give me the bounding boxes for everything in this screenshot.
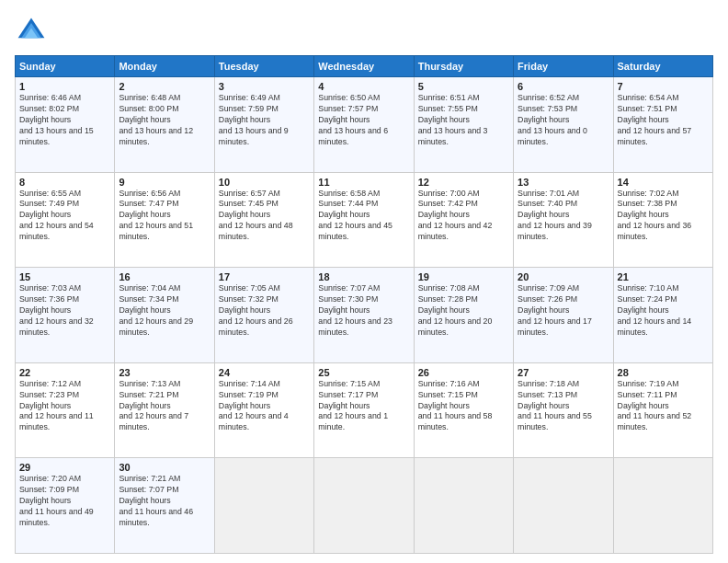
day-info: Sunrise: 7:10 AMSunset: 7:24 PMDaylight … [618, 283, 709, 338]
calendar-cell: 1Sunrise: 6:46 AMSunset: 8:02 PMDaylight… [16, 77, 115, 173]
calendar-cell: 17Sunrise: 7:05 AMSunset: 7:32 PMDayligh… [214, 268, 313, 363]
calendar-cell: 18Sunrise: 7:07 AMSunset: 7:30 PMDayligh… [314, 268, 414, 363]
calendar-cell: 22Sunrise: 7:12 AMSunset: 7:23 PMDayligh… [16, 362, 115, 458]
day-number: 13 [518, 177, 609, 188]
logo [15, 15, 51, 48]
calendar-cell: 9Sunrise: 6:56 AMSunset: 7:47 PMDaylight… [115, 172, 214, 268]
day-info: Sunrise: 6:54 AMSunset: 7:51 PMDaylight … [618, 93, 709, 147]
day-info: Sunrise: 7:07 AMSunset: 7:30 PMDaylight … [318, 283, 409, 338]
day-info: Sunrise: 7:02 AMSunset: 7:38 PMDaylight … [618, 189, 709, 243]
calendar-cell: 16Sunrise: 7:04 AMSunset: 7:34 PMDayligh… [115, 268, 214, 363]
day-info: Sunrise: 6:51 AMSunset: 7:55 PMDaylight … [418, 93, 509, 147]
weekday-header-thursday: Thursday [414, 56, 513, 77]
calendar-cell: 20Sunrise: 7:09 AMSunset: 7:26 PMDayligh… [514, 268, 613, 363]
weekday-header-monday: Monday [115, 56, 214, 77]
calendar-cell [414, 458, 513, 554]
day-number: 15 [19, 271, 110, 282]
calendar-cell: 14Sunrise: 7:02 AMSunset: 7:38 PMDayligh… [613, 172, 712, 268]
weekday-header-row: SundayMondayTuesdayWednesdayThursdayFrid… [16, 56, 713, 77]
day-number: 8 [19, 177, 110, 188]
calendar-cell: 5Sunrise: 6:51 AMSunset: 7:55 PMDaylight… [414, 77, 513, 173]
day-number: 18 [318, 271, 409, 282]
day-number: 7 [618, 81, 709, 92]
calendar-week-row: 8Sunrise: 6:55 AMSunset: 7:49 PMDaylight… [16, 172, 713, 268]
day-number: 26 [418, 367, 509, 378]
day-number: 10 [219, 177, 310, 188]
day-number: 20 [518, 271, 609, 282]
calendar-cell: 11Sunrise: 6:58 AMSunset: 7:44 PMDayligh… [314, 172, 414, 268]
day-info: Sunrise: 7:21 AMSunset: 7:07 PMDaylight … [119, 474, 210, 528]
calendar-week-row: 1Sunrise: 6:46 AMSunset: 8:02 PMDaylight… [16, 77, 713, 173]
weekday-header-wednesday: Wednesday [314, 56, 414, 77]
calendar-week-row: 15Sunrise: 7:03 AMSunset: 7:36 PMDayligh… [16, 268, 713, 363]
page: SundayMondayTuesdayWednesdayThursdayFrid… [0, 0, 728, 563]
calendar-cell: 4Sunrise: 6:50 AMSunset: 7:57 PMDaylight… [314, 77, 414, 173]
day-number: 14 [618, 177, 709, 188]
day-number: 1 [19, 81, 110, 92]
day-info: Sunrise: 7:04 AMSunset: 7:34 PMDaylight … [119, 283, 210, 338]
day-info: Sunrise: 6:55 AMSunset: 7:49 PMDaylight … [19, 189, 110, 243]
day-number: 3 [219, 81, 310, 92]
calendar-cell: 8Sunrise: 6:55 AMSunset: 7:49 PMDaylight… [16, 172, 115, 268]
calendar-cell: 19Sunrise: 7:08 AMSunset: 7:28 PMDayligh… [414, 268, 513, 363]
calendar-cell: 24Sunrise: 7:14 AMSunset: 7:19 PMDayligh… [214, 362, 313, 458]
day-number: 22 [19, 367, 110, 378]
calendar-cell: 2Sunrise: 6:48 AMSunset: 8:00 PMDaylight… [115, 77, 214, 173]
day-info: Sunrise: 7:18 AMSunset: 7:13 PMDaylight … [518, 379, 609, 433]
day-info: Sunrise: 6:50 AMSunset: 7:57 PMDaylight … [318, 93, 409, 147]
calendar-cell: 25Sunrise: 7:15 AMSunset: 7:17 PMDayligh… [314, 362, 414, 458]
day-number: 4 [318, 81, 409, 92]
calendar-cell: 15Sunrise: 7:03 AMSunset: 7:36 PMDayligh… [16, 268, 115, 363]
weekday-header-sunday: Sunday [16, 56, 115, 77]
day-number: 11 [318, 177, 409, 188]
day-number: 23 [119, 367, 210, 378]
day-info: Sunrise: 6:49 AMSunset: 7:59 PMDaylight … [219, 93, 310, 147]
day-number: 9 [119, 177, 210, 188]
day-number: 2 [119, 81, 210, 92]
calendar-cell [514, 458, 613, 554]
day-info: Sunrise: 7:13 AMSunset: 7:21 PMDaylight … [119, 379, 210, 433]
calendar-cell: 6Sunrise: 6:52 AMSunset: 7:53 PMDaylight… [514, 77, 613, 173]
day-number: 19 [418, 271, 509, 282]
day-number: 29 [19, 462, 110, 473]
calendar-cell: 29Sunrise: 7:20 AMSunset: 7:09 PMDayligh… [16, 458, 115, 554]
calendar-cell: 3Sunrise: 6:49 AMSunset: 7:59 PMDaylight… [214, 77, 313, 173]
calendar-cell: 13Sunrise: 7:01 AMSunset: 7:40 PMDayligh… [514, 172, 613, 268]
day-number: 21 [618, 271, 709, 282]
day-info: Sunrise: 6:48 AMSunset: 8:00 PMDaylight … [119, 93, 210, 147]
day-number: 25 [318, 367, 409, 378]
calendar-cell: 7Sunrise: 6:54 AMSunset: 7:51 PMDaylight… [613, 77, 712, 173]
day-info: Sunrise: 7:00 AMSunset: 7:42 PMDaylight … [418, 189, 509, 243]
day-info: Sunrise: 6:52 AMSunset: 7:53 PMDaylight … [518, 93, 609, 147]
day-info: Sunrise: 7:20 AMSunset: 7:09 PMDaylight … [19, 474, 110, 528]
day-number: 24 [219, 367, 310, 378]
day-number: 5 [418, 81, 509, 92]
calendar-cell: 28Sunrise: 7:19 AMSunset: 7:11 PMDayligh… [613, 362, 712, 458]
calendar-cell [314, 458, 414, 554]
day-info: Sunrise: 6:46 AMSunset: 8:02 PMDaylight … [19, 93, 110, 147]
day-info: Sunrise: 7:01 AMSunset: 7:40 PMDaylight … [518, 189, 609, 243]
day-info: Sunrise: 6:57 AMSunset: 7:45 PMDaylight … [219, 189, 310, 243]
calendar-cell: 27Sunrise: 7:18 AMSunset: 7:13 PMDayligh… [514, 362, 613, 458]
day-number: 17 [219, 271, 310, 282]
day-info: Sunrise: 7:16 AMSunset: 7:15 PMDaylight … [418, 379, 509, 433]
day-number: 16 [119, 271, 210, 282]
calendar-cell: 10Sunrise: 6:57 AMSunset: 7:45 PMDayligh… [214, 172, 313, 268]
calendar-cell [214, 458, 313, 554]
day-info: Sunrise: 7:14 AMSunset: 7:19 PMDaylight … [219, 379, 310, 433]
calendar-cell [613, 458, 712, 554]
day-number: 30 [119, 462, 210, 473]
calendar-table: SundayMondayTuesdayWednesdayThursdayFrid… [15, 55, 713, 554]
logo-icon [15, 15, 48, 48]
day-info: Sunrise: 7:12 AMSunset: 7:23 PMDaylight … [19, 379, 110, 433]
day-info: Sunrise: 7:19 AMSunset: 7:11 PMDaylight … [618, 379, 709, 433]
day-number: 28 [618, 367, 709, 378]
day-info: Sunrise: 7:03 AMSunset: 7:36 PMDaylight … [19, 283, 110, 338]
day-info: Sunrise: 7:09 AMSunset: 7:26 PMDaylight … [518, 283, 609, 338]
weekday-header-tuesday: Tuesday [214, 56, 313, 77]
header [15, 15, 713, 48]
day-number: 12 [418, 177, 509, 188]
calendar-week-row: 29Sunrise: 7:20 AMSunset: 7:09 PMDayligh… [16, 458, 713, 554]
day-number: 6 [518, 81, 609, 92]
calendar-week-row: 22Sunrise: 7:12 AMSunset: 7:23 PMDayligh… [16, 362, 713, 458]
